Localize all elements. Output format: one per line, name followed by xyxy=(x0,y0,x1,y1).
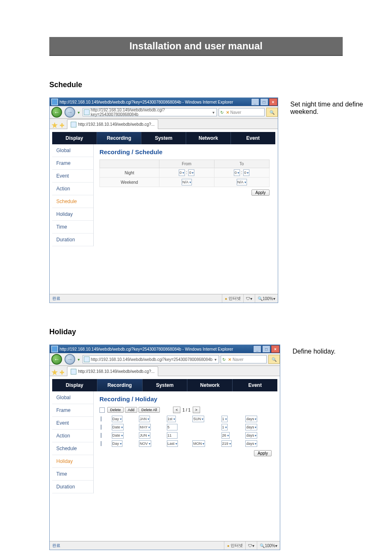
tab-display[interactable]: Display xyxy=(52,379,97,391)
search-go-button[interactable]: 🔍 xyxy=(266,108,278,117)
add-favorite-icon[interactable]: ✚ xyxy=(60,122,65,129)
tab-label: http://192.168.10.149/webdb/webdb.cg?... xyxy=(78,369,154,374)
month-select[interactable]: NOV▾ xyxy=(139,440,151,447)
search-go-button[interactable]: 🔍 xyxy=(268,355,280,364)
sidebar-item-action[interactable]: Action xyxy=(52,430,93,442)
tab-network[interactable]: Network xyxy=(187,379,232,391)
sidebar-item-event[interactable]: Event xyxy=(52,170,93,183)
sidebar-item-schedule[interactable]: Schedule xyxy=(52,195,93,208)
mode-select[interactable]: Day▾ xyxy=(112,416,122,422)
month-select[interactable]: MAY▾ xyxy=(139,424,151,430)
night-from-m[interactable]: 0▾ xyxy=(188,169,194,176)
tab-display[interactable]: Display xyxy=(52,132,97,144)
row-checkbox[interactable] xyxy=(101,433,101,438)
weekday-select[interactable]: MON▾ xyxy=(192,440,205,447)
day-select[interactable]: 1st▾ xyxy=(167,416,176,422)
pager-next[interactable]: > xyxy=(193,407,200,413)
minimize-button[interactable]: _ xyxy=(253,345,261,353)
forward-button[interactable]: → xyxy=(65,107,75,118)
nav-history-drop[interactable]: ▾ xyxy=(76,355,81,364)
tab-system[interactable]: System xyxy=(141,132,186,144)
sidebar-item-duration[interactable]: Duration xyxy=(52,234,93,246)
day-select[interactable]: 11 xyxy=(167,432,178,439)
day-select[interactable]: 5 xyxy=(167,424,178,430)
mode-select[interactable]: Date▾ xyxy=(112,432,124,439)
day-select[interactable]: Last▾ xyxy=(167,440,178,447)
search-box[interactable]: ↻ ✕ Naver xyxy=(219,108,265,116)
col-blank xyxy=(100,160,159,168)
sidebar-item-time[interactable]: Time xyxy=(52,468,93,481)
row-checkbox[interactable] xyxy=(101,441,101,446)
close-button[interactable]: × xyxy=(271,345,279,353)
night-to-h[interactable]: 0▾ xyxy=(234,169,240,176)
weekend-to[interactable]: N/A▾ xyxy=(237,179,247,185)
month-select[interactable]: JUN▾ xyxy=(139,432,150,439)
back-button[interactable]: ← xyxy=(51,354,62,365)
address-bar[interactable]: http://192.168.10.149/webdb/webdb.cgi?ke… xyxy=(83,108,217,116)
delete-button[interactable]: Delete xyxy=(107,407,124,413)
status-zoom[interactable]: 🔍 100% ▾ xyxy=(257,541,280,550)
night-to-m[interactable]: 0▾ xyxy=(243,169,249,176)
sidebar-item-holiday[interactable]: Holiday xyxy=(52,455,93,468)
pager-prev[interactable]: < xyxy=(173,407,180,413)
back-button[interactable]: ← xyxy=(51,107,62,118)
mode-select[interactable]: Date▾ xyxy=(112,424,124,430)
tab-event[interactable]: Event xyxy=(232,379,277,391)
row-checkbox[interactable] xyxy=(101,425,101,430)
dur-select[interactable]: days▾ xyxy=(245,424,257,430)
minimize-button[interactable]: _ xyxy=(251,98,259,106)
sidebar-item-duration[interactable]: Duration xyxy=(52,481,93,493)
page-banner: Installation and user manual xyxy=(49,37,343,56)
count-select[interactable]: 26▾ xyxy=(221,432,230,439)
count-select[interactable]: 219▾ xyxy=(221,440,232,447)
count-select[interactable]: 1▾ xyxy=(221,416,228,422)
mode-select[interactable]: Day▾ xyxy=(112,440,122,447)
maximize-button[interactable]: □ xyxy=(260,98,268,106)
address-bar[interactable]: http://192.168.10.149/webdb/webdb.cgi?ke… xyxy=(83,355,219,363)
apply-button[interactable]: Apply xyxy=(251,190,269,196)
sidebar-item-action[interactable]: Action xyxy=(52,183,93,195)
month-select[interactable]: JAN▾ xyxy=(139,416,150,422)
count-select[interactable]: 1▾ xyxy=(221,424,228,430)
close-button[interactable]: × xyxy=(269,98,277,106)
address-drop-icon[interactable]: ▾ xyxy=(213,357,218,362)
row-checkbox[interactable] xyxy=(101,416,101,421)
apply-button[interactable]: Apply xyxy=(254,450,272,456)
maximize-button[interactable]: □ xyxy=(262,345,270,353)
delete-all-button[interactable]: Delete All xyxy=(138,407,160,413)
tab-recording[interactable]: Recording xyxy=(97,379,142,391)
schedule-caption: Set night time and define weekend. xyxy=(291,101,392,116)
select-all-checkbox[interactable] xyxy=(99,407,105,413)
weekday-select[interactable]: SUN▾ xyxy=(192,416,204,422)
sidebar-item-global[interactable]: Global xyxy=(52,144,93,157)
favorites-icon[interactable] xyxy=(51,122,58,129)
sidebar-item-frame[interactable]: Frame xyxy=(52,404,93,417)
dur-select[interactable]: days▾ xyxy=(245,416,257,422)
sidebar-item-schedule[interactable]: Schedule xyxy=(52,442,93,455)
tab-recording[interactable]: Recording xyxy=(97,132,141,144)
add-favorite-icon[interactable]: ✚ xyxy=(60,369,65,376)
search-box[interactable]: ↻ ✕ Naver xyxy=(221,355,267,363)
dur-select[interactable]: days▾ xyxy=(245,440,257,447)
status-zoom[interactable]: 🔍 100% ▾ xyxy=(255,294,278,303)
add-button[interactable]: Add xyxy=(125,407,137,413)
favorites-icon[interactable] xyxy=(51,369,58,376)
browser-tab[interactable]: http://192.168.10.149/webdb/webdb.cg?... xyxy=(67,119,158,129)
sidebar-item-global[interactable]: Global xyxy=(52,391,93,404)
browser-tab[interactable]: http://192.168.10.149/webdb/webdb.cg?... xyxy=(67,366,158,376)
sidebar-item-event[interactable]: Event xyxy=(52,417,93,430)
sidebar-item-holiday[interactable]: Holiday xyxy=(52,208,93,221)
forward-button[interactable]: → xyxy=(65,354,75,365)
content-title: Recording / Holiday xyxy=(99,395,272,402)
tab-event[interactable]: Event xyxy=(231,132,275,144)
weekend-from[interactable]: N/A▾ xyxy=(182,179,192,185)
dur-select[interactable]: days▾ xyxy=(245,432,257,439)
sidebar-item-frame[interactable]: Frame xyxy=(52,157,93,170)
nav-history-drop[interactable]: ▾ xyxy=(76,108,81,117)
address-drop-icon[interactable]: ▾ xyxy=(211,110,216,115)
tab-system[interactable]: System xyxy=(142,379,187,391)
tab-network[interactable]: Network xyxy=(186,132,231,144)
night-from-h[interactable]: 0▾ xyxy=(179,169,185,176)
row-weekend: Weekend N/A▾ N/A▾ xyxy=(100,178,270,187)
sidebar-item-time[interactable]: Time xyxy=(52,221,93,234)
